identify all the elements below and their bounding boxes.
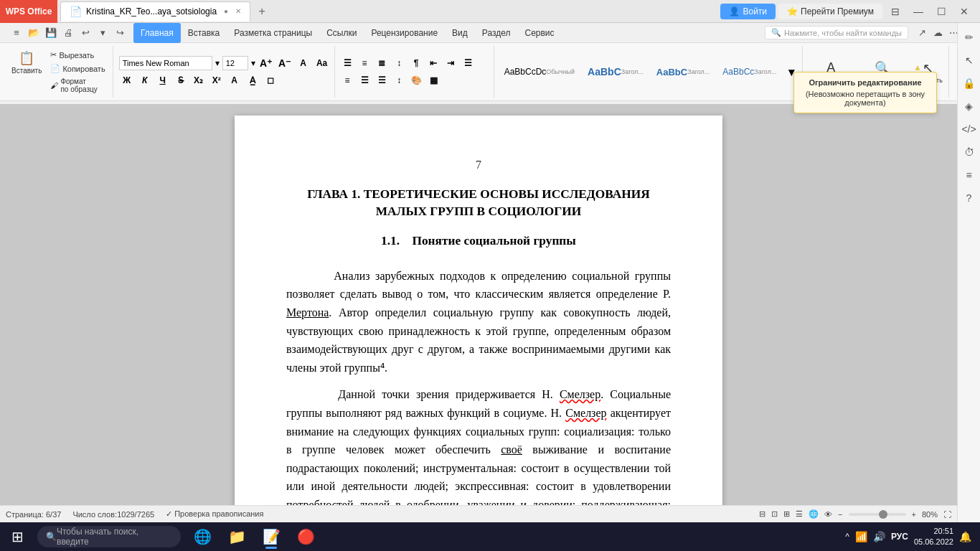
- underline-button[interactable]: Ч: [155, 72, 171, 88]
- menu-item-insert[interactable]: Вставка: [181, 23, 227, 43]
- align-right-button[interactable]: ☰: [357, 72, 372, 88]
- print-button[interactable]: 🖨: [60, 25, 76, 41]
- format-painter-button[interactable]: 🖌 Форматпо образцу: [46, 76, 109, 95]
- highlight-button[interactable]: A: [227, 72, 242, 88]
- line-spacing-button[interactable]: ↕: [391, 72, 407, 88]
- titlebar-right: 👤 Войти ⭐ Перейти Премиум ⊟ — ☐ ✕: [720, 1, 980, 22]
- view-icon-web[interactable]: ⊡: [771, 509, 778, 519]
- increase-font-button[interactable]: A⁺: [258, 55, 274, 71]
- font-name-dropdown[interactable]: ▾: [215, 58, 220, 68]
- menu-item-home[interactable]: Главная: [133, 23, 181, 43]
- taskbar-app-wps[interactable]: 📝: [255, 522, 287, 551]
- taskbar-language[interactable]: РУС: [891, 532, 908, 542]
- outline-button[interactable]: ≣: [374, 55, 390, 71]
- document-scroll[interactable]: 7 ГЛАВА 1. ТЕОРЕТИЧЕСКИЕ ОСНОВЫ ИССЛЕДОВ…: [0, 104, 957, 522]
- zoom-plus[interactable]: +: [912, 510, 916, 519]
- style-normal-button[interactable]: AaBbCcDc Обычный: [499, 54, 580, 90]
- fullscreen-button[interactable]: ⛶: [943, 510, 951, 519]
- text-color-button[interactable]: A̲: [245, 72, 260, 88]
- sort-button[interactable]: ↕: [391, 55, 407, 71]
- font-color-AA[interactable]: Aa: [314, 55, 330, 71]
- active-tab[interactable]: 📄 Kristina_KR_Teo...aya_sotsiologia ● ✕: [60, 1, 250, 22]
- bullets-button[interactable]: ☰: [339, 55, 355, 71]
- decrease-indent-button[interactable]: ⇤: [425, 55, 441, 71]
- cut-button[interactable]: ✂ Вырезать: [46, 49, 109, 61]
- undo-dropdown[interactable]: ▾: [95, 25, 110, 41]
- shading-button[interactable]: ◻: [263, 72, 278, 88]
- zoom-minus[interactable]: −: [838, 510, 842, 519]
- menu-item-page-layout[interactable]: Разметка страницы: [227, 23, 319, 43]
- chevron-up-icon[interactable]: ^: [845, 532, 849, 542]
- copy-button[interactable]: 📄 Копировать: [46, 62, 109, 75]
- align-center-button[interactable]: ≡: [339, 72, 355, 88]
- view-icon-read[interactable]: ☰: [796, 509, 803, 519]
- increase-indent-button[interactable]: ⇥: [443, 55, 458, 71]
- lock-button[interactable]: 🔒: [961, 75, 978, 92]
- tab-close-btn[interactable]: ✕: [235, 7, 241, 15]
- new-tab-button[interactable]: +: [252, 1, 272, 22]
- premium-button[interactable]: ⭐ Перейти Премиум: [778, 4, 882, 19]
- menu-item-references[interactable]: Ссылки: [319, 23, 364, 43]
- history-button[interactable]: ⏱: [961, 143, 978, 161]
- menu-toggle-button[interactable]: ≡: [9, 25, 24, 41]
- clear-format-button[interactable]: A: [296, 55, 311, 71]
- font-size-input[interactable]: [222, 56, 248, 70]
- justify-button[interactable]: ☰: [374, 72, 390, 88]
- zoom-slider[interactable]: [849, 513, 906, 516]
- numbering-button[interactable]: ≡: [357, 55, 372, 71]
- style-h3-button[interactable]: AaBbCc Загол...: [717, 54, 782, 90]
- taskbar-app-folder[interactable]: 📁: [221, 522, 253, 551]
- cloud-button[interactable]: ☁: [930, 25, 946, 41]
- menu-item-section[interactable]: Раздел: [475, 23, 518, 43]
- align-left-button[interactable]: ☰: [460, 55, 476, 71]
- minimize-button[interactable]: —: [908, 1, 928, 22]
- taskbar-clock[interactable]: 20:51 05.06.2022: [914, 526, 953, 548]
- menu-item-review[interactable]: Рецензирование: [364, 23, 445, 43]
- taskbar-app-explorer[interactable]: 🌐: [187, 522, 218, 551]
- bold-button[interactable]: Ж: [119, 72, 135, 88]
- decrease-font-button[interactable]: A⁻: [277, 55, 293, 71]
- show-marks-button[interactable]: ¶: [408, 55, 424, 71]
- taskbar-app-opera[interactable]: 🔴: [290, 522, 321, 551]
- share-button[interactable]: ↗: [914, 25, 930, 41]
- close-window-button[interactable]: ✕: [954, 1, 974, 22]
- network-icon[interactable]: 📶: [855, 531, 867, 542]
- save-button[interactable]: 💾: [43, 25, 59, 41]
- wps-button[interactable]: WPS Office: [0, 0, 57, 23]
- italic-button[interactable]: К: [137, 72, 153, 88]
- code-button[interactable]: </>: [961, 121, 978, 138]
- strikethrough-button[interactable]: S̶: [173, 72, 189, 88]
- list-button[interactable]: ≡: [961, 166, 978, 184]
- login-button[interactable]: 👤 Войти: [720, 4, 776, 19]
- start-button[interactable]: ⊞: [0, 522, 34, 551]
- font-name-input[interactable]: [119, 56, 212, 70]
- style-h1-button[interactable]: AaBbC Загол...: [582, 54, 649, 90]
- redo-button[interactable]: ↪: [112, 25, 128, 41]
- taskbar-search[interactable]: 🔍 Чтобы начать поиск, введите: [37, 526, 181, 547]
- shading-para-button[interactable]: 🎨: [408, 72, 424, 88]
- font-size-dropdown[interactable]: ▾: [251, 58, 255, 68]
- menu-item-view[interactable]: Вид: [445, 23, 475, 43]
- style-h2-button[interactable]: AaBbC Загол...: [651, 54, 715, 90]
- subscript-button[interactable]: X₂: [191, 72, 207, 88]
- paste-button[interactable]: 📋 Вставить: [9, 49, 44, 76]
- volume-icon[interactable]: 🔊: [873, 531, 885, 542]
- notification-button[interactable]: 🔔: [959, 531, 971, 542]
- cursor-button[interactable]: ↖: [961, 52, 978, 69]
- maximize-button[interactable]: ☐: [931, 1, 951, 22]
- view-icon-full[interactable]: ⊞: [783, 509, 790, 519]
- view-icon-globe[interactable]: 🌐: [809, 509, 819, 519]
- superscript-button[interactable]: X²: [209, 72, 225, 88]
- view-icon-print[interactable]: ⊟: [759, 509, 765, 519]
- undo-button[interactable]: ↩: [77, 25, 93, 41]
- multiwindow-button[interactable]: ⊟: [885, 1, 905, 22]
- menu-item-tools[interactable]: Сервис: [517, 23, 561, 43]
- restrict-editing-tooltip: Ограничить редактирование (Невозможно пе…: [793, 72, 937, 113]
- border-button[interactable]: ▦: [425, 72, 441, 88]
- edit-button[interactable]: ✏: [961, 29, 978, 46]
- command-search[interactable]: 🔍 Нажмите, чтобы найти команды: [765, 26, 908, 39]
- diamond-button[interactable]: ◈: [961, 98, 978, 115]
- help-button[interactable]: ?: [961, 189, 978, 207]
- view-icon-eye[interactable]: 👁: [824, 510, 832, 519]
- open-file-button[interactable]: 📂: [26, 25, 42, 41]
